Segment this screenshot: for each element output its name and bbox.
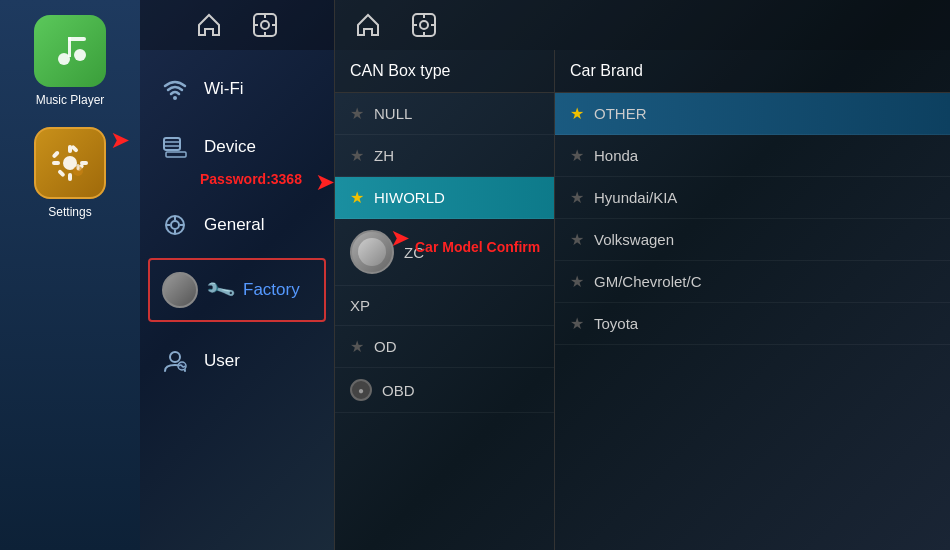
- car-panel-home-icon[interactable]: [350, 7, 386, 43]
- can-item-zc[interactable]: ZC ➤ Car Model Confirm: [335, 219, 554, 286]
- can-item-null[interactable]: ★ NULL: [335, 93, 554, 135]
- wifi-icon: [160, 74, 190, 104]
- svg-point-21: [173, 96, 177, 100]
- can-box-column: CAN Box type ★ NULL ★ ZH ★ HIWORLD Car M: [335, 50, 555, 550]
- svg-rect-5: [68, 145, 72, 153]
- factory-toggle-knob[interactable]: [162, 272, 198, 308]
- settings-top-bar: [140, 0, 334, 50]
- car-panel-top-bar: [335, 0, 950, 50]
- svg-rect-7: [52, 161, 60, 165]
- car-panel-gear-icon[interactable]: [406, 7, 442, 43]
- null-star: ★: [350, 104, 364, 123]
- can-box-header: CAN Box type: [335, 50, 554, 93]
- obd-label: OBD: [382, 382, 415, 399]
- brand-item-hyundai[interactable]: ★ Hyundai/KIA: [555, 177, 950, 219]
- general-icon: [160, 210, 190, 240]
- svg-point-32: [170, 352, 180, 362]
- brand-item-gm[interactable]: ★ GM/Chevrolet/C: [555, 261, 950, 303]
- confirm-button-inner: [358, 238, 386, 266]
- menu-item-general[interactable]: General: [140, 196, 334, 254]
- menu-item-device[interactable]: Device ➤: [140, 118, 334, 176]
- settings-menu: Wi-Fi Device ➤ Password:3368 ➤: [140, 50, 334, 400]
- car-panel: CAN Box type ★ NULL ★ ZH ★ HIWORLD Car M: [335, 0, 950, 550]
- gm-label: GM/Chevrolet/C: [594, 273, 702, 290]
- car-brand-header: Car Brand: [555, 50, 950, 93]
- home-icon[interactable]: [191, 7, 227, 43]
- volkswagen-star: ★: [570, 230, 584, 249]
- can-item-hiworld[interactable]: ★ HIWORLD Car Model Select ➤: [335, 177, 554, 219]
- menu-item-wifi[interactable]: Wi-Fi: [140, 60, 334, 118]
- obd-icon-circle: ●: [350, 379, 372, 401]
- factory-label: Factory: [243, 280, 300, 300]
- sidebar: Music Player: [0, 0, 140, 550]
- sidebar-app-music[interactable]: Music Player: [34, 15, 106, 107]
- svg-rect-14: [77, 164, 80, 170]
- toyota-label: Toyota: [594, 315, 638, 332]
- svg-rect-6: [68, 173, 72, 181]
- od-label: OD: [374, 338, 397, 355]
- hyundai-label: Hyundai/KIA: [594, 189, 677, 206]
- menu-item-factory[interactable]: 🔧 Factory: [148, 258, 326, 322]
- hiworld-label: HIWORLD: [374, 189, 445, 206]
- user-label: User: [204, 351, 240, 371]
- brand-item-volkswagen[interactable]: ★ Volkswagen: [555, 219, 950, 261]
- svg-point-27: [171, 221, 179, 229]
- device-icon: [160, 132, 190, 162]
- wifi-label: Wi-Fi: [204, 79, 244, 99]
- volkswagen-label: Volkswagen: [594, 231, 674, 248]
- settings-app-icon: [34, 127, 106, 199]
- car-brand-column: Car Brand ★ OTHER ★ Honda ★ Hyundai/KIA: [555, 50, 950, 550]
- music-player-icon: [34, 15, 106, 87]
- can-item-zh[interactable]: ★ ZH: [335, 135, 554, 177]
- sidebar-app-settings[interactable]: Settings: [34, 127, 106, 219]
- svg-point-16: [261, 21, 269, 29]
- null-label: NULL: [374, 105, 412, 122]
- svg-point-36: [420, 21, 428, 29]
- svg-rect-22: [164, 138, 180, 150]
- menu-item-user[interactable]: User: [140, 332, 334, 390]
- settings-panel: Wi-Fi Device ➤ Password:3368 ➤: [140, 0, 335, 550]
- svg-rect-9: [52, 150, 60, 158]
- zh-star: ★: [350, 146, 364, 165]
- zh-label: ZH: [374, 147, 394, 164]
- brand-item-honda[interactable]: ★ Honda: [555, 135, 950, 177]
- factory-icon-wrench: 🔧: [204, 273, 238, 306]
- honda-star: ★: [570, 146, 584, 165]
- hiworld-star: ★: [350, 188, 364, 207]
- user-icon: [160, 346, 190, 376]
- svg-point-1: [74, 49, 86, 61]
- gm-star: ★: [570, 272, 584, 291]
- general-label: General: [204, 215, 264, 235]
- honda-label: Honda: [594, 147, 638, 164]
- device-label: Device: [204, 137, 256, 157]
- can-item-od[interactable]: ★ OD: [335, 326, 554, 368]
- car-model-confirm-button[interactable]: [350, 230, 394, 274]
- can-box-list: ★ NULL ★ ZH ★ HIWORLD Car Model Select ➤: [335, 93, 554, 550]
- car-select-area: CAN Box type ★ NULL ★ ZH ★ HIWORLD Car M: [335, 50, 950, 550]
- music-player-label: Music Player: [36, 93, 105, 107]
- brand-item-other[interactable]: ★ OTHER: [555, 93, 950, 135]
- settings-label: Settings: [48, 205, 91, 219]
- can-item-obd[interactable]: ● OBD: [335, 368, 554, 413]
- svg-rect-11: [57, 169, 65, 177]
- hyundai-star: ★: [570, 188, 584, 207]
- car-brand-list: ★ OTHER ★ Honda ★ Hyundai/KIA ★ Volkswag…: [555, 93, 950, 550]
- other-label: OTHER: [594, 105, 647, 122]
- svg-rect-25: [166, 152, 186, 157]
- zc-label: ZC: [404, 244, 424, 261]
- xp-label: XP: [350, 297, 370, 314]
- can-item-xp[interactable]: XP: [335, 286, 554, 326]
- od-star: ★: [350, 337, 364, 356]
- car-model-confirm-annotation: Car Model Confirm: [415, 239, 540, 255]
- other-star: ★: [570, 104, 584, 123]
- svg-rect-3: [68, 37, 71, 57]
- brand-item-toyota[interactable]: ★ Toyota: [555, 303, 950, 345]
- settings-gear-icon[interactable]: [247, 7, 283, 43]
- toyota-star: ★: [570, 314, 584, 333]
